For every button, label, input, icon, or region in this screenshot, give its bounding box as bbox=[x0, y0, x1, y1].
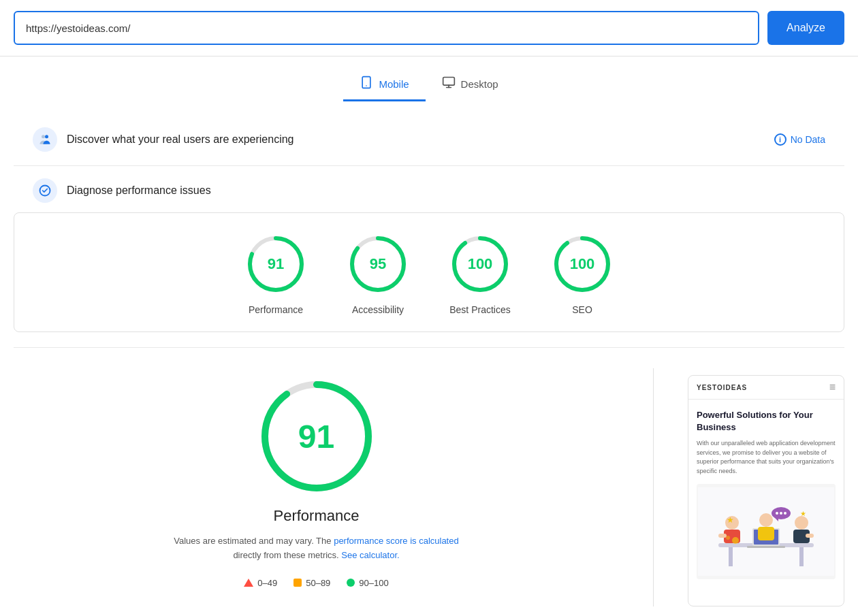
tab-desktop-label: Desktop bbox=[461, 78, 498, 90]
url-input[interactable] bbox=[14, 11, 759, 45]
legend-good-label: 90–100 bbox=[359, 578, 388, 588]
tab-bar: Mobile Desktop bbox=[0, 56, 858, 101]
score-value-best-practices: 100 bbox=[468, 255, 493, 273]
scores-row: 91 Performance 95 Accessibility bbox=[28, 233, 830, 315]
perf-detail-left: 91 Performance Values are estimated and … bbox=[14, 368, 619, 588]
svg-text:★: ★ bbox=[727, 515, 734, 525]
top-bar: Analyze bbox=[0, 0, 858, 56]
svg-rect-20 bbox=[729, 547, 733, 566]
score-circle-performance: 91 bbox=[245, 233, 306, 295]
thumbnail-body: Powerful Solutions for Your Business Wit… bbox=[688, 400, 844, 587]
svg-point-35 bbox=[795, 516, 808, 530]
svg-point-28 bbox=[759, 513, 773, 527]
diagnose-icon bbox=[33, 178, 57, 203]
svg-rect-2 bbox=[443, 78, 454, 86]
perf-detail-section: 91 Performance Values are estimated and … bbox=[0, 348, 858, 616]
score-circle-seo: 100 bbox=[552, 233, 613, 295]
svg-point-41 bbox=[726, 536, 730, 540]
legend-bad-label: 0–49 bbox=[257, 578, 277, 588]
perf-desc-mid: directly from these metrics. bbox=[233, 550, 341, 560]
real-users-title: Discover what your real users are experi… bbox=[67, 133, 293, 146]
legend: 0–49 50–89 90–100 bbox=[244, 578, 388, 588]
perf-desc-static: Values are estimated and may vary. The bbox=[174, 536, 331, 546]
svg-rect-21 bbox=[799, 547, 804, 566]
no-data-badge: i No Data bbox=[774, 133, 825, 146]
svg-point-5 bbox=[42, 135, 45, 138]
perf-score-link[interactable]: performance score is calculated bbox=[334, 536, 459, 546]
svg-rect-24 bbox=[747, 546, 785, 548]
info-icon: i bbox=[774, 133, 786, 146]
real-users-icon bbox=[33, 127, 57, 152]
thumbnail-header: YESTOIDEAS ≡ bbox=[688, 376, 844, 400]
thumbnail-illustration: ★ ★ bbox=[697, 484, 836, 579]
score-circle-accessibility: 95 bbox=[347, 233, 409, 295]
score-seo: 100 SEO bbox=[552, 233, 613, 315]
diagnose-banner: Diagnose performance issues bbox=[14, 166, 844, 212]
score-value-seo: 100 bbox=[570, 255, 595, 273]
svg-point-40 bbox=[732, 537, 739, 544]
real-users-left: Discover what your real users are experi… bbox=[33, 127, 293, 152]
svg-point-32 bbox=[776, 512, 778, 515]
analyze-button[interactable]: Analyze bbox=[767, 11, 844, 45]
see-calculator-link[interactable]: See calculator. bbox=[341, 550, 399, 560]
perf-description: Values are estimated and may vary. The p… bbox=[174, 534, 460, 563]
scores-card: 91 Performance 95 Accessibility bbox=[14, 212, 844, 332]
legend-good: 90–100 bbox=[347, 578, 388, 588]
score-best-practices: 100 Best Practices bbox=[449, 233, 511, 315]
thumbnail-heading: Powerful Solutions for Your Business bbox=[697, 409, 836, 434]
site-thumbnail: YESTOIDEAS ≡ Powerful Solutions for Your… bbox=[688, 375, 844, 606]
real-users-section: Discover what your real users are experi… bbox=[14, 114, 844, 166]
legend-ok-label: 50–89 bbox=[306, 578, 330, 588]
tab-desktop[interactable]: Desktop bbox=[426, 69, 515, 101]
no-data-label: No Data bbox=[791, 134, 825, 145]
score-value-performance: 91 bbox=[268, 255, 284, 273]
score-accessibility: 95 Accessibility bbox=[347, 233, 409, 315]
thumbnail-text: With our unparalleled web application de… bbox=[697, 439, 836, 476]
svg-rect-37 bbox=[806, 534, 814, 538]
svg-point-33 bbox=[780, 512, 782, 515]
tab-mobile[interactable]: Mobile bbox=[343, 69, 425, 101]
score-value-accessibility: 95 bbox=[370, 255, 386, 273]
score-label-best-practices: Best Practices bbox=[449, 304, 510, 315]
diagnose-title: Diagnose performance issues bbox=[67, 184, 211, 197]
desktop-icon bbox=[442, 76, 456, 93]
score-circle-best-practices: 100 bbox=[449, 233, 511, 295]
perf-detail-title: Performance bbox=[274, 507, 360, 525]
legend-ok: 50–89 bbox=[293, 578, 330, 588]
svg-text:★: ★ bbox=[800, 510, 806, 517]
svg-point-6 bbox=[45, 135, 48, 138]
tab-mobile-label: Mobile bbox=[379, 78, 409, 90]
svg-rect-27 bbox=[718, 534, 727, 538]
legend-good-icon bbox=[347, 579, 355, 587]
score-label-accessibility: Accessibility bbox=[352, 304, 404, 315]
svg-point-34 bbox=[784, 512, 786, 515]
score-performance: 91 Performance bbox=[245, 233, 306, 315]
vertical-divider bbox=[653, 368, 654, 606]
mobile-icon bbox=[360, 76, 373, 93]
perf-big-score: 91 bbox=[298, 418, 334, 455]
svg-rect-29 bbox=[758, 527, 774, 540]
thumbnail-menu-icon: ≡ bbox=[829, 381, 836, 393]
legend-bad: 0–49 bbox=[244, 578, 277, 588]
perf-big-circle: 91 bbox=[255, 375, 378, 498]
legend-bad-icon bbox=[244, 579, 253, 587]
score-label-seo: SEO bbox=[572, 304, 592, 315]
legend-ok-icon bbox=[293, 579, 302, 587]
thumbnail-logo: YESTOIDEAS bbox=[697, 384, 747, 391]
score-label-performance: Performance bbox=[249, 304, 303, 315]
